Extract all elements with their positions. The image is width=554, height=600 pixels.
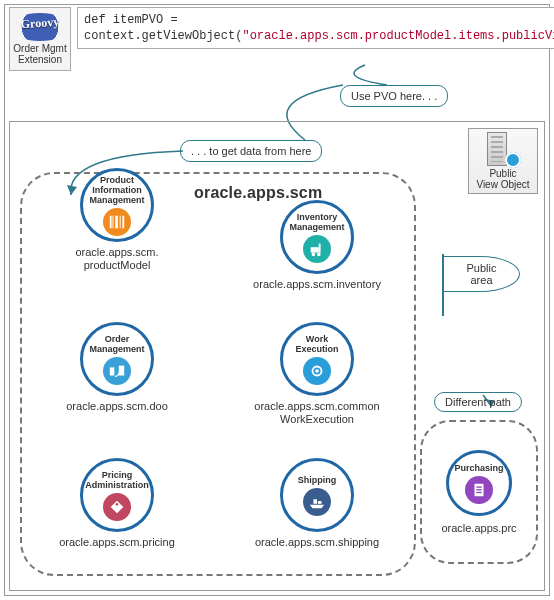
module-product-information-management: Product Information Management oracle.ap… [32,168,202,272]
groovy-label-l2: Extension [18,54,62,65]
flag-l2: area [470,274,492,286]
svg-rect-7 [311,247,319,252]
sh-title: Shipping [294,475,341,485]
pvo-l1: Public [489,168,516,179]
svg-rect-16 [313,499,317,504]
flag-label: Publicarea [444,256,520,292]
groovy-logo-text: Groovy [10,14,71,33]
purchasing-caption: oracle.apps.prc [441,522,516,534]
svg-rect-5 [120,215,121,228]
inv-title: Inventory Management [283,212,351,232]
svg-rect-3 [113,215,114,228]
pim-circle: Product Information Management [80,168,154,242]
code-line2-a: context.getViewObject( [84,29,242,43]
purchasing-area: Purchasing oracle.apps.prc [420,420,538,564]
svg-rect-17 [318,501,322,504]
sh-caption: oracle.apps.scm.shipping [255,536,379,549]
inv-circle: Inventory Management [280,200,354,274]
om-caption: oracle.apps.scm.doo [66,400,168,413]
page-frame: Groovy Order Mgmt Extension def itemPVO … [4,4,550,596]
buildings-cycle-icon [103,357,131,385]
pim-title: Product Information Management [83,175,151,205]
purchasing-title: Purchasing [450,463,507,473]
svg-rect-8 [319,243,321,252]
svg-point-10 [317,252,321,256]
svg-point-9 [312,252,316,256]
code-line1: def itemPVO = [84,13,178,27]
document-icon [465,476,493,504]
module-inventory-management: Inventory Management oracle.apps.scm.inv… [232,200,402,291]
pa-circle: Pricing Administration [80,458,154,532]
top-row: Groovy Order Mgmt Extension def itemPVO … [9,7,545,73]
we-circle: Work Execution [280,322,354,396]
ship-icon [303,488,331,516]
public-view-object-box: Public View Object [468,128,538,194]
scm-area: oracle.apps.scm Product Information Mana… [20,172,416,576]
we-caption: oracle.apps.scm.commonWorkExecution [254,400,379,426]
svg-rect-11 [110,367,115,375]
sh-circle: Shipping [280,458,354,532]
inv-caption: oracle.apps.scm.inventory [253,278,381,291]
public-area-flag: Publicarea [434,254,526,320]
lower-frame: Public View Object oracle.apps.scm Produ… [9,121,545,591]
forklift-icon [303,235,331,263]
different-path-callout: Different path [434,392,522,412]
callout-use-pvo: Use PVO here. . . [340,85,448,107]
groovy-logo-icon: Groovy [10,13,70,41]
svg-rect-19 [476,486,481,487]
barcode-icon [103,208,131,236]
svg-rect-6 [122,215,124,228]
om-circle: Order Management [80,322,154,396]
groovy-label: Order Mgmt Extension [13,43,66,65]
gear-icon [303,357,331,385]
pim-caption: oracle.apps.scm.productModel [75,246,158,272]
groovy-label-l1: Order Mgmt [13,43,66,54]
svg-rect-20 [476,489,481,490]
code-line2-str: "oracle.apps.scm.productModel.items.publ… [242,29,554,43]
svg-point-14 [315,369,319,373]
pa-title: Pricing Administration [81,470,153,490]
code-snippet: def itemPVO = context.getViewObject("ora… [77,7,554,49]
pvo-label: Public View Object [476,168,529,190]
module-work-execution: Work Execution oracle.apps.scm.commonWor… [232,322,402,426]
svg-rect-2 [110,215,112,228]
flag-l1: Public [467,262,497,274]
svg-point-15 [116,502,119,505]
module-pricing-administration: Pricing Administration oracle.apps.scm.p… [32,458,202,549]
price-tag-icon [103,493,131,521]
pvo-l2: View Object [476,179,529,190]
we-title: Work Execution [283,334,351,354]
purchasing-circle: Purchasing [446,450,512,516]
svg-rect-12 [119,365,124,375]
svg-rect-21 [476,491,481,492]
om-title: Order Management [83,334,151,354]
groovy-extension-box: Groovy Order Mgmt Extension [9,7,71,71]
server-gear-icon [485,132,521,168]
pa-caption: oracle.apps.scm.pricing [59,536,175,549]
module-shipping: Shipping oracle.apps.scm.shipping [232,458,402,549]
module-order-management: Order Management oracle.apps.scm.doo [32,322,202,413]
svg-rect-4 [115,215,118,228]
